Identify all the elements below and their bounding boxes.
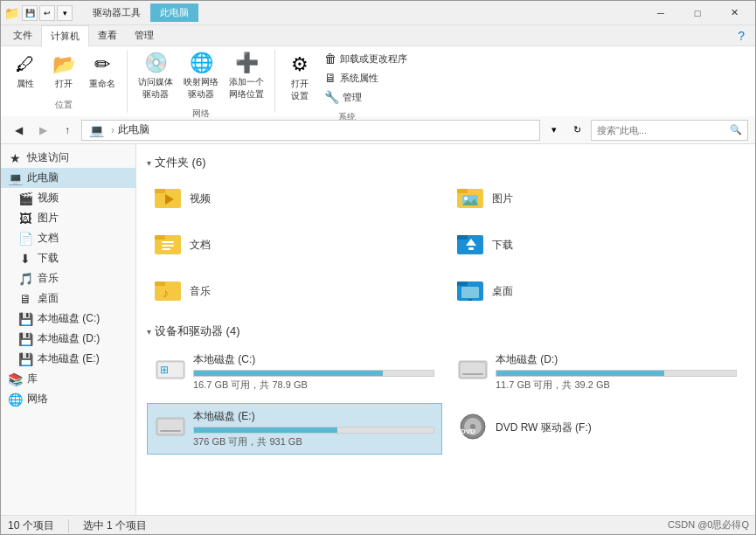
folder-download[interactable]: 下载 <box>449 224 745 267</box>
window-controls: ─ □ ✕ <box>643 1 752 25</box>
sidebar-item-download[interactable]: ⬇ 下载 <box>1 248 135 268</box>
drives-section-header: ▾ 设备和驱动器 (4) <box>147 323 745 339</box>
ribbon-position-items: 🖊 属性 📂 打开 ✏ 重命名 <box>8 50 120 97</box>
quick-access-label: 快速访问 <box>27 150 69 165</box>
desktop-sidebar-icon: 🖥 <box>18 292 32 306</box>
ribbon-btn-manage[interactable]: 🔧 管理 <box>321 88 411 106</box>
drive-e-item[interactable]: 本地磁盘 (E:) 376 GB 可用，共 931 GB <box>147 403 442 455</box>
drive-c-info: 本地磁盘 (C:) 16.7 GB 可用，共 78.9 GB <box>193 352 434 392</box>
drive-c-item[interactable]: ⊞ 本地磁盘 (C:) 16.7 GB 可用，共 78.9 GB <box>147 346 442 398</box>
drive-e-icon <box>155 411 186 447</box>
ribbon-tab-computer[interactable]: 计算机 <box>41 25 89 47</box>
ribbon-tabs: 文件 计算机 查看 管理 ? <box>1 25 755 46</box>
drive-f-icon: DVD <box>457 411 489 447</box>
drive-f-item[interactable]: DVD DVD RW 驱动器 (F:) <box>449 403 745 455</box>
address-path[interactable]: 💻 › 此电脑 <box>81 120 540 141</box>
ribbon-btn-uninstall[interactable]: 🗑 卸载或更改程序 <box>321 50 411 67</box>
ribbon-btn-properties[interactable]: 🖊 属性 <box>8 52 43 92</box>
sidebar-item-music[interactable]: 🎵 音乐 <box>1 268 135 288</box>
ribbon-btn-map-network[interactable]: 🌐 映射网络 驱动器 <box>180 50 222 102</box>
up-button[interactable]: ↑ <box>57 120 78 141</box>
search-box[interactable]: 🔍 <box>591 120 748 141</box>
pic-folder-label: 图片 <box>492 191 513 206</box>
drive-f-name: DVD RW 驱动器 (F:) <box>496 420 737 435</box>
ribbon-tab-view[interactable]: 查看 <box>89 25 126 45</box>
close-button[interactable]: ✕ <box>717 1 752 25</box>
title-bar-left: 📁 💾 ↩ ▾ 驱动器工具 此电脑 <box>4 3 643 22</box>
search-input[interactable] <box>597 125 726 135</box>
ribbon-network-items: 💿 访问媒体 驱动器 🌐 映射网络 驱动器 ➕ 添加一个 网络位置 <box>135 50 267 106</box>
refresh-btn[interactable]: ↻ <box>566 120 587 141</box>
folder-music[interactable]: ♪ 音乐 <box>147 270 442 313</box>
back-button[interactable]: ◀ <box>8 120 29 141</box>
tab-this-pc[interactable]: 此电脑 <box>150 3 198 22</box>
ribbon-group-network: 💿 访问媒体 驱动器 🌐 映射网络 驱动器 ➕ 添加一个 网络位置 网络 <box>128 50 275 113</box>
ribbon-btn-access-media[interactable]: 💿 访问媒体 驱动器 <box>135 50 177 102</box>
svg-rect-12 <box>162 248 170 250</box>
title-tabs: 驱动器工具 此电脑 <box>83 3 198 22</box>
maximize-button[interactable]: □ <box>680 1 715 25</box>
drives-chevron[interactable]: ▾ <box>147 327 151 337</box>
drive-c-icon: ⊞ <box>155 354 186 390</box>
folders-chevron[interactable]: ▾ <box>147 158 151 168</box>
forward-button[interactable]: ▶ <box>32 120 53 141</box>
sidebar-item-this-pc[interactable]: 💻 此电脑 <box>1 168 135 188</box>
sidebar-item-network[interactable]: 🌐 网络 <box>1 389 135 409</box>
folders-section-title: 文件夹 (6) <box>155 155 206 170</box>
desktop-folder-label: 桌面 <box>492 284 513 299</box>
doc-folder-icon <box>155 230 183 261</box>
add-location-icon: ➕ <box>235 52 259 74</box>
ribbon-btn-open[interactable]: 📂 打开 <box>46 52 81 92</box>
folder-grid: 视频 图片 <box>147 177 745 313</box>
sidebar-item-library[interactable]: 📚 库 <box>1 369 135 389</box>
customize-btn[interactable]: ▾ <box>57 5 73 21</box>
drives-section-title: 设备和驱动器 (4) <box>155 323 240 339</box>
content-area: ▾ 文件夹 (6) 视频 <box>136 144 755 515</box>
sidebar-item-desktop[interactable]: 🖥 桌面 <box>1 288 135 309</box>
search-icon[interactable]: 🔍 <box>730 124 742 135</box>
help-icon[interactable]: ? <box>731 25 752 46</box>
ribbon-tab-file[interactable]: 文件 <box>4 25 41 45</box>
media-icon: 💿 <box>144 52 168 74</box>
sidebar-item-drive-d[interactable]: 💾 本地磁盘 (D:) <box>1 329 135 349</box>
folder-desktop[interactable]: 桌面 <box>449 270 745 313</box>
folders-section-header: ▾ 文件夹 (6) <box>147 155 745 170</box>
ribbon-content: 🖊 属性 📂 打开 ✏ 重命名 位置 💿 访问媒体 驱动器 🌐 映射网络 驱动器 <box>1 46 755 116</box>
ribbon-tab-manage[interactable]: 管理 <box>126 25 163 45</box>
sidebar-item-video[interactable]: 🎬 视频 <box>1 188 135 208</box>
undo-btn[interactable]: ↩ <box>39 5 55 21</box>
drive-e-bar-fill <box>194 427 337 433</box>
manage-icon: 🔧 <box>324 90 339 104</box>
open-icon: 📂 <box>52 53 76 76</box>
drive-c-sidebar-icon: 💾 <box>18 312 32 326</box>
folder-video[interactable]: 视频 <box>147 177 442 220</box>
star-icon: ★ <box>8 151 22 165</box>
sidebar-item-doc[interactable]: 📄 文档 <box>1 228 135 248</box>
ribbon-btn-open-settings[interactable]: ⚙ 打开 设置 <box>282 52 317 104</box>
sidebar-item-drive-c[interactable]: 💾 本地磁盘 (C:) <box>1 309 135 329</box>
tab-driver-tools[interactable]: 驱动器工具 <box>83 3 150 22</box>
svg-text:DVD: DVD <box>461 427 475 435</box>
sidebar-item-drive-e[interactable]: 💾 本地磁盘 (E:) <box>1 349 135 369</box>
folder-pic[interactable]: 图片 <box>449 177 745 220</box>
sidebar-item-quick-access[interactable]: ★ 快速访问 <box>1 148 135 168</box>
drive-e-name: 本地磁盘 (E:) <box>193 409 434 424</box>
music-folder-icon: ♪ <box>155 276 183 307</box>
minimize-button[interactable]: ─ <box>643 1 678 25</box>
save-btn[interactable]: 💾 <box>22 5 38 21</box>
watermark: CSDN @0思必得Q <box>668 518 749 532</box>
ribbon-btn-add-location[interactable]: ➕ 添加一个 网络位置 <box>225 50 267 102</box>
ribbon-btn-sys-props[interactable]: 🖥 系统属性 <box>321 69 411 87</box>
dropdown-btn[interactable]: ▾ <box>544 120 565 141</box>
sysprops-icon: 🖥 <box>324 71 336 85</box>
folder-doc[interactable]: 文档 <box>147 224 442 267</box>
uninstall-icon: 🗑 <box>324 52 336 66</box>
drive-d-info: 本地磁盘 (D:) 11.7 GB 可用，共 39.2 GB <box>496 352 737 392</box>
svg-rect-16 <box>468 247 474 250</box>
ribbon-btn-rename[interactable]: ✏ 重命名 <box>85 52 120 92</box>
quick-access-toolbar: 💾 ↩ ▾ <box>22 5 73 21</box>
sidebar-item-pic[interactable]: 🖼 图片 <box>1 208 135 228</box>
drive-d-item[interactable]: 本地磁盘 (D:) 11.7 GB 可用，共 39.2 GB <box>449 346 745 398</box>
network-sidebar-icon: 🌐 <box>8 393 22 406</box>
svg-rect-14 <box>457 235 468 240</box>
